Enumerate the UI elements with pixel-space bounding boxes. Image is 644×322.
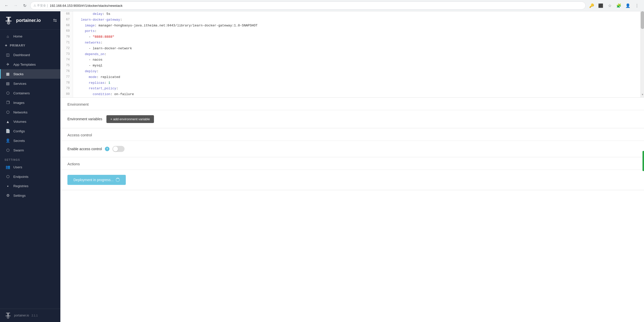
sidebar-item-stacks[interactable]: ▦ Stacks <box>0 69 60 79</box>
sidebar-item-label: Images <box>13 101 56 105</box>
sidebar-nav: ⌂ Home ✦ PRIMARY ◫ Dashboard ✈ App Templ… <box>0 30 60 309</box>
bookmark-icon[interactable]: ☆ <box>606 2 614 10</box>
environment-section: Environment Environment variables + add … <box>60 98 644 128</box>
access-control-toggle[interactable] <box>112 146 125 152</box>
configs-icon: 📄 <box>5 129 10 133</box>
sidebar-item-app-templates[interactable]: ✈ App Templates <box>0 60 60 69</box>
footer-logo-icon <box>5 312 12 319</box>
actions-body: Deployment in progress... <box>60 170 644 190</box>
services-icon: ▤ <box>5 81 10 86</box>
environment-section-header: Environment <box>60 98 644 110</box>
sidebar-item-label: Volumes <box>13 120 56 124</box>
code-lines: 66 delay: 5s 67 learn-docker-gateway: 68… <box>60 11 644 97</box>
code-line-72: 72 - learn-docker-network <box>60 46 644 52</box>
registries-icon: ▪ <box>5 184 10 188</box>
scrollbar-thumb[interactable] <box>641 11 644 29</box>
svg-rect-7 <box>6 316 11 316</box>
access-control-section: Access control Enable access control ? <box>60 128 644 157</box>
code-editor[interactable]: 66 delay: 5s 67 learn-docker-gateway: 68… <box>60 11 644 98</box>
code-line-80: 80 condition: on-failure <box>60 92 644 97</box>
svg-point-4 <box>8 22 9 23</box>
access-control-help-icon[interactable]: ? <box>105 147 109 151</box>
sidebar-item-home[interactable]: ⌂ Home <box>0 32 60 41</box>
sidebar-item-networks[interactable]: ⬡ Networks <box>0 107 60 117</box>
security-warning: ⚠ 不安全 | <box>33 4 48 8</box>
sidebar-item-label: Services <box>13 82 56 86</box>
code-line-74: 74 - nacos <box>60 57 644 63</box>
password-manager-icon[interactable]: 🔑 <box>588 2 596 10</box>
sidebar-item-label: Swarm <box>13 148 56 152</box>
sidebar-item-label: Configs <box>13 129 56 133</box>
browser-toolbar: ← → ↻ ⚠ 不安全 | 192.168.64.153:9000/#!/1/d… <box>0 0 644 11</box>
environment-section-body: Environment variables + add environment … <box>60 110 644 128</box>
sidebar-item-dashboard[interactable]: ◫ Dashboard <box>0 50 60 60</box>
code-line-66: 66 delay: 5s <box>60 11 644 17</box>
code-line-71: 71 networks: <box>60 40 644 46</box>
sidebar-item-containers[interactable]: ⬡ Containers <box>0 88 60 98</box>
code-line-69: 69 ports: <box>60 28 644 34</box>
portainer-logo-icon <box>4 15 14 25</box>
volumes-icon: ▲ <box>5 119 10 124</box>
deploy-button-label: Deployment in progress... <box>73 178 114 182</box>
browser-chrome: ← → ↻ ⚠ 不安全 | 192.168.64.153:9000/#!/1/d… <box>0 0 644 11</box>
sidebar-item-services[interactable]: ▤ Services <box>0 79 60 88</box>
sidebar-item-images[interactable]: ❐ Images <box>0 98 60 107</box>
activity-bar <box>642 151 644 171</box>
menu-icon[interactable]: ⋮ <box>633 2 641 10</box>
profile-icon[interactable]: 👤 <box>624 2 632 10</box>
sidebar-item-label: App Templates <box>13 63 56 66</box>
add-environment-variable-button[interactable]: + add environment variable <box>106 115 154 123</box>
code-line-67: 67 learn-docker-gateway: <box>60 17 644 23</box>
deploy-spinner <box>116 178 120 182</box>
sidebar-item-users[interactable]: 👥 Users <box>0 162 60 172</box>
sidebar-item-settings[interactable]: ⚙ Settings <box>0 191 60 200</box>
code-line-78: 78 replicas: 1 <box>60 80 644 86</box>
enable-access-control-label: Enable access control <box>67 147 102 151</box>
sidebar-item-configs[interactable]: 📄 Configs <box>0 126 60 136</box>
sidebar-logo-text: portainer.io <box>16 18 41 23</box>
access-control-row: Enable access control ? <box>67 146 637 152</box>
reload-button[interactable]: ↻ <box>21 2 28 9</box>
sidebar-item-registries[interactable]: ▪ Registries <box>0 181 60 191</box>
app-templates-icon: ✈ <box>5 62 10 67</box>
env-variables-row: Environment variables + add environment … <box>67 115 637 123</box>
deploy-button[interactable]: Deployment in progress... <box>67 175 126 185</box>
sidebar-logo: portainer.io ⇆ <box>0 11 60 30</box>
code-line-77: 77 mode: replicated <box>60 74 644 80</box>
sidebar-group-primary: ✦ PRIMARY <box>0 41 60 50</box>
networks-icon: ⬡ <box>5 110 10 114</box>
sidebar-item-endpoints[interactable]: ⬡ Endpoints <box>0 172 60 181</box>
svg-rect-0 <box>6 17 11 18</box>
dashboard-icon: ◫ <box>5 53 10 57</box>
images-icon: ❐ <box>5 100 10 105</box>
vertical-scrollbar[interactable]: ▼ <box>640 11 644 97</box>
sidebar-item-label: Dashboard <box>13 53 56 57</box>
main-content: 66 delay: 5s 67 learn-docker-gateway: 68… <box>60 11 644 322</box>
svg-rect-1 <box>8 18 10 21</box>
containers-icon: ⬡ <box>5 91 10 95</box>
sidebar-item-label: Containers <box>13 91 56 95</box>
sidebar-item-volumes[interactable]: ▲ Volumes <box>0 117 60 126</box>
extensions-icon[interactable]: 🧩 <box>615 2 623 10</box>
forward-button[interactable]: → <box>12 2 19 9</box>
code-line-68: 68 image: manager-hongbaoyu-java.itheima… <box>60 23 644 29</box>
code-line-79: 79 restart_policy: <box>60 86 644 92</box>
primary-group-icon: ✦ <box>5 44 8 48</box>
sidebar-item-secrets[interactable]: 👤 Secrets <box>0 136 60 145</box>
address-bar[interactable]: ⚠ 不安全 | 192.168.64.153:9000/#!/1/docker/… <box>30 2 586 10</box>
users-icon: 👥 <box>5 165 10 169</box>
code-line-75: 75 - mysql <box>60 63 644 69</box>
scrollbar-down-arrow[interactable]: ▼ <box>641 92 644 97</box>
home-icon: ⌂ <box>5 34 10 38</box>
code-line-70: 70 - "8888:8888" <box>60 34 644 40</box>
browser-toolbar-icons: 🔑 ⬛ ☆ 🧩 👤 ⋮ <box>588 2 641 10</box>
code-line-73: 73 depends_on: <box>60 52 644 57</box>
swarm-icon: ⬡ <box>5 148 10 152</box>
env-variables-label: Environment variables <box>67 117 102 121</box>
screenshot-icon[interactable]: ⬛ <box>597 2 605 10</box>
sidebar-item-swarm[interactable]: ⬡ Swarm <box>0 145 60 155</box>
sidebar-item-label: Settings <box>13 194 56 197</box>
back-button[interactable]: ← <box>3 2 10 9</box>
sidebar-toggle-button[interactable]: ⇆ <box>53 18 57 23</box>
primary-group-label: PRIMARY <box>10 44 25 47</box>
